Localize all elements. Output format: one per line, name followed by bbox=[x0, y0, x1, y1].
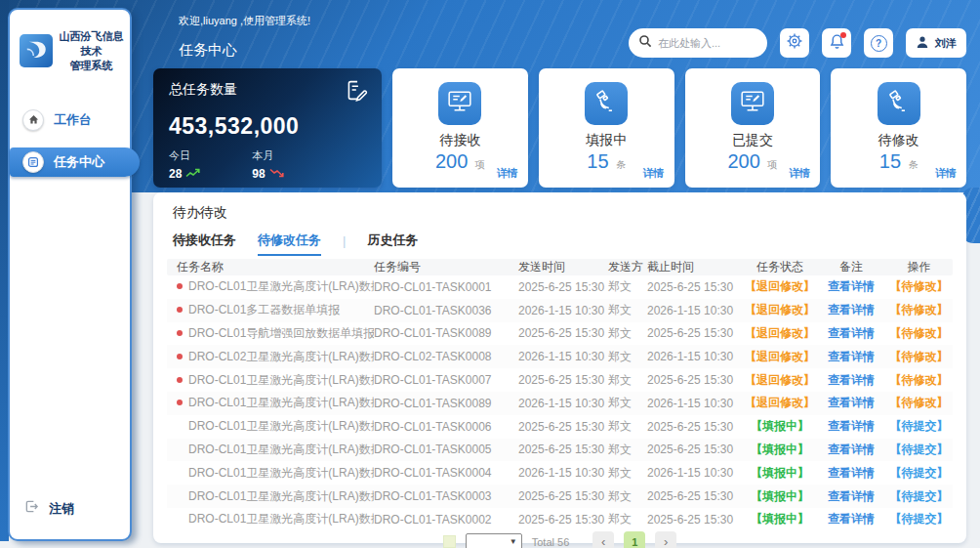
current-page-button[interactable]: 1 bbox=[624, 531, 645, 548]
unread-dot-icon bbox=[177, 377, 183, 383]
task-action-link[interactable]: 【待修改】 bbox=[885, 278, 953, 295]
stat-card-unit: 项 bbox=[475, 159, 485, 170]
task-code-cell: DRO-CL01-TASK0089 bbox=[374, 326, 518, 340]
task-sender-cell: 郑文 bbox=[608, 511, 647, 527]
table-row[interactable]: DRO-CL01卫星激光高度计(LRA)数据单填报 DRO-CL01-TASK0… bbox=[167, 275, 953, 299]
sidebar-item-task-center[interactable]: 任务中心 bbox=[10, 148, 140, 177]
table-row[interactable]: DRO-CL01多工器数据单填报 DRO-CL01-TASK0036 2026-… bbox=[167, 299, 953, 322]
column-header: 发送时间 bbox=[518, 259, 608, 275]
stat-card: 已提交 200 项 详情 bbox=[685, 68, 821, 188]
sidebar-item-workbench[interactable]: 工作台 bbox=[10, 106, 130, 134]
task-name-cell: DRO-CL01卫星激光高度计(LRA)数据单填报 bbox=[167, 465, 374, 482]
stat-card-value-row: 15 条 bbox=[879, 150, 919, 173]
table-row[interactable]: DRO-CL01卫星激光高度计(LRA)数据单填报 DRO-CL01-TASK0… bbox=[167, 392, 953, 415]
table-row[interactable]: DRO-CL01卫星激光高度计(LRA)数据单填报 DRO-CL01-TASK0… bbox=[167, 415, 953, 439]
pagination-total: Total 56 bbox=[532, 536, 570, 548]
page-size-select[interactable] bbox=[467, 536, 521, 548]
stat-card: 填报中 15 条 详情 bbox=[539, 68, 674, 188]
stat-card-details-link[interactable]: 详情 bbox=[935, 166, 957, 181]
stat-card-details-link[interactable]: 详情 bbox=[789, 166, 810, 181]
task-remark-link[interactable]: 查看详情 bbox=[817, 372, 885, 389]
stat-card: 待修改 15 条 详情 bbox=[831, 68, 966, 188]
task-action-link[interactable]: 【待修改】 bbox=[885, 395, 953, 411]
task-action-link[interactable]: 【待提交】 bbox=[885, 442, 953, 458]
stat-card-unit: 项 bbox=[767, 159, 777, 170]
task-remark-link[interactable]: 查看详情 bbox=[817, 278, 885, 295]
stat-card-icon bbox=[438, 82, 481, 125]
task-action-link[interactable]: 【待提交】 bbox=[885, 465, 953, 482]
task-name-cell: DRO-CL01卫星激光高度计(LRA)数据单填报 bbox=[167, 511, 374, 527]
help-button[interactable]: ? bbox=[864, 28, 893, 58]
task-name-cell: DRO-CL01卫星激光高度计(LRA)数据单填报 bbox=[167, 278, 374, 295]
task-deadline-cell: 2025-6-25 15:30 bbox=[647, 513, 743, 527]
stat-card-value-row: 15 条 bbox=[587, 150, 626, 173]
search-input[interactable] bbox=[658, 37, 757, 49]
task-deadline-cell: 2025-6-25 15:30 bbox=[647, 326, 743, 340]
task-action-link[interactable]: 【待提交】 bbox=[885, 511, 953, 527]
stat-card-value-row: 200 项 bbox=[727, 150, 777, 173]
task-sent-cell: 2025-6-25 15:30 bbox=[518, 373, 608, 387]
task-remark-link[interactable]: 查看详情 bbox=[817, 442, 885, 458]
table-row[interactable]: DRO-CL01卫星激光高度计(LRA)数据单填报 DRO-CL01-TASK0… bbox=[167, 461, 953, 485]
task-table-body: DRO-CL01卫星激光高度计(LRA)数据单填报 DRO-CL01-TASK0… bbox=[167, 275, 953, 531]
task-action-link[interactable]: 【待修改】 bbox=[885, 372, 953, 389]
stat-card-details-link[interactable]: 详情 bbox=[643, 166, 665, 181]
table-row[interactable]: DRO-CL01卫星激光高度计(LRA)数据单填报 DRO-CL01-TASK0… bbox=[167, 439, 953, 462]
total-card-title: 总任务数量 bbox=[169, 81, 366, 99]
table-row[interactable]: DRO-CL01卫星激光高度计(LRA)数据单填报 DRO-CL01-TASK0… bbox=[167, 508, 953, 531]
task-remark-link[interactable]: 查看详情 bbox=[817, 465, 885, 482]
tab-pending-receive[interactable]: 待接收任务 bbox=[173, 232, 236, 249]
tab-separator: | bbox=[343, 233, 346, 248]
column-header: 备注 bbox=[817, 259, 885, 275]
table-row[interactable]: DRO-CL01导航增强回放数据单填报 DRO-CL01-TASK0089 20… bbox=[167, 322, 953, 346]
task-deadline-cell: 2026-1-15 10:30 bbox=[647, 397, 743, 410]
user-menu-button[interactable]: 刘洋 bbox=[906, 28, 966, 58]
task-action-link[interactable]: 【待修改】 bbox=[885, 302, 953, 318]
task-action-link[interactable]: 【待修改】 bbox=[885, 325, 953, 342]
settings-button[interactable] bbox=[780, 28, 809, 58]
task-action-link[interactable]: 【待提交】 bbox=[885, 488, 953, 505]
stat-card-label: 填报中 bbox=[586, 132, 627, 149]
help-icon: ? bbox=[871, 35, 887, 52]
search-box bbox=[629, 28, 767, 58]
next-page-button[interactable]: › bbox=[655, 531, 676, 548]
task-remark-link[interactable]: 查看详情 bbox=[817, 511, 885, 527]
task-remark-link[interactable]: 查看详情 bbox=[817, 395, 885, 411]
unread-dot-icon bbox=[177, 400, 183, 405]
stat-card-value: 15 bbox=[879, 150, 901, 172]
task-status-cell: 【退回修改】 bbox=[743, 349, 817, 365]
task-remark-link[interactable]: 查看详情 bbox=[817, 349, 885, 365]
table-row[interactable]: DRO-CL01卫星激光高度计(LRA)数据单填报 DRO-CL01-TASK0… bbox=[167, 485, 953, 508]
task-remark-link[interactable]: 查看详情 bbox=[817, 325, 885, 342]
task-deadline-cell: 2025-6-25 15:30 bbox=[647, 489, 743, 503]
search-icon bbox=[638, 34, 652, 52]
task-status-cell: 【退回修改】 bbox=[743, 395, 817, 411]
task-deadline-cell: 2025-6-25 15:30 bbox=[647, 373, 743, 387]
logout-button[interactable]: 注销 bbox=[24, 499, 74, 518]
tab-history[interactable]: 历史任务 bbox=[367, 232, 418, 249]
page-header: 欢迎,liuyang ,使用管理系统! 任务中心 bbox=[153, 0, 966, 68]
task-sender-cell: 郑文 bbox=[608, 372, 647, 389]
task-remark-link[interactable]: 查看详情 bbox=[817, 488, 885, 505]
task-status-cell: 【填报中】 bbox=[743, 511, 817, 527]
table-row[interactable]: DRO-CL01卫星激光高度计(LRA)数据单填报 DRO-CL01-TASK0… bbox=[167, 368, 953, 392]
stat-card-label: 待接收 bbox=[439, 132, 480, 149]
task-deadline-cell: 2026-1-15 10:30 bbox=[647, 350, 743, 363]
task-remark-link[interactable]: 查看详情 bbox=[817, 418, 885, 435]
task-status-cell: 【退回修改】 bbox=[743, 302, 817, 318]
task-sent-cell: 2025-6-25 15:30 bbox=[518, 443, 608, 456]
task-action-link[interactable]: 【待提交】 bbox=[885, 418, 953, 435]
task-remark-link[interactable]: 查看详情 bbox=[817, 302, 885, 318]
task-code-cell: DRO-CL01-TASK0007 bbox=[374, 373, 518, 387]
prev-page-button[interactable]: ‹ bbox=[592, 531, 614, 548]
task-sent-cell: 2025-6-25 15:30 bbox=[518, 420, 608, 434]
month-trend: 本月 98 bbox=[252, 148, 284, 181]
stat-card-unit: 条 bbox=[616, 159, 626, 170]
task-action-link[interactable]: 【待修改】 bbox=[885, 349, 953, 365]
table-row[interactable]: DRO-CL02卫星激光高度计(LRA)数据单填报 DRO-CL02-TASK0… bbox=[167, 345, 953, 368]
notifications-button[interactable] bbox=[822, 28, 851, 58]
column-header: 截止时间 bbox=[647, 259, 743, 275]
tab-pending-modify[interactable]: 待修改任务 bbox=[258, 232, 321, 249]
stat-card-details-link[interactable]: 详情 bbox=[497, 166, 518, 181]
task-status-cell: 【退回修改】 bbox=[743, 325, 817, 342]
